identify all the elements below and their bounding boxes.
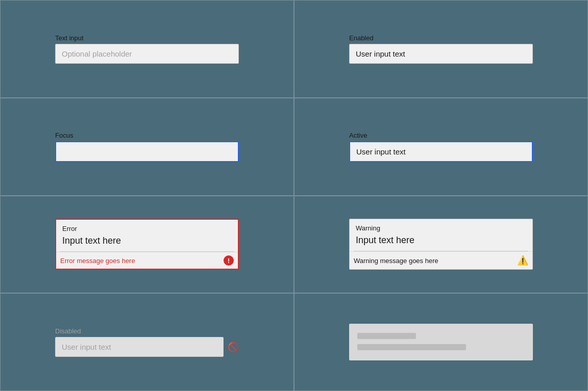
cell-error: Error Input text here Error message goes…: [0, 196, 294, 294]
focus-input-wrapper: Focus: [55, 132, 239, 162]
enabled-input-field[interactable]: [349, 44, 533, 64]
cell-text-input: Text input: [0, 0, 294, 98]
warning-message-area: Warning message goes here ⚠️: [350, 251, 532, 269]
active-input-wrapper: Active: [349, 132, 533, 162]
cell-warning: Warning Input text here Warning message …: [294, 196, 588, 294]
skeleton-line-1: [357, 333, 416, 339]
error-box: Error Input text here Error message goes…: [55, 219, 239, 270]
cell-enabled: Enabled: [294, 0, 588, 98]
error-message-area: Error message goes here !: [56, 252, 238, 269]
error-value: Input text here: [56, 234, 238, 251]
cell-active: Active: [294, 98, 588, 196]
text-input-field[interactable]: [55, 44, 239, 64]
warning-box: Warning Input text here Warning message …: [349, 219, 533, 270]
enabled-input-wrapper: Enabled: [349, 34, 533, 64]
warning-value: Input text here: [350, 234, 532, 251]
disabled-input-row: 🚫: [55, 337, 239, 357]
active-label: Active: [349, 132, 533, 139]
enabled-label: Enabled: [349, 34, 533, 42]
text-input-label: Text input: [55, 34, 239, 42]
cell-focus: Focus: [0, 98, 294, 196]
cell-skeleton: [294, 293, 588, 391]
warning-message-text: Warning message goes here: [354, 257, 438, 265]
skeleton-wrapper: [349, 324, 533, 360]
active-input-field[interactable]: [349, 141, 533, 162]
focus-input-field[interactable]: [55, 141, 239, 162]
cell-disabled: Disabled 🚫: [0, 293, 294, 391]
disabled-input-wrapper: Disabled 🚫: [55, 327, 239, 357]
error-label: Error: [56, 220, 238, 234]
focus-label: Focus: [55, 132, 239, 139]
warning-label: Warning: [350, 219, 532, 234]
disabled-label: Disabled: [55, 327, 239, 335]
error-icon: !: [224, 255, 234, 266]
error-message-text: Error message goes here: [60, 257, 135, 265]
no-entry-icon: 🚫: [228, 342, 239, 353]
disabled-input-field: [55, 337, 224, 357]
text-input-wrapper: Text input: [55, 34, 239, 64]
skeleton-line-2: [357, 344, 466, 350]
warning-icon: ⚠️: [517, 255, 528, 266]
